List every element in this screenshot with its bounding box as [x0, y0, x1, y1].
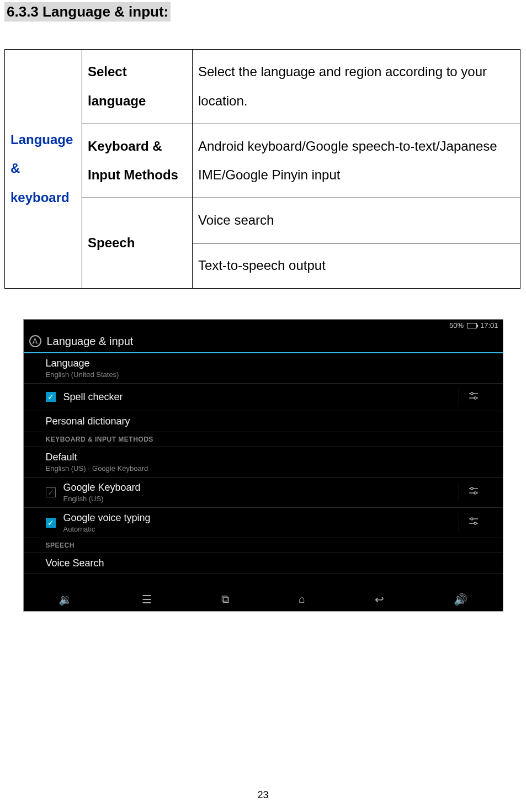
page-title: Language & input [47, 335, 134, 348]
back-icon[interactable]: ↩ [375, 593, 384, 606]
svg-point-7 [474, 492, 476, 494]
checkbox-icon[interactable]: ✓ [46, 392, 56, 402]
feature-table: Language & keyboard Select language Sele… [4, 49, 520, 289]
svg-point-10 [471, 518, 473, 520]
list-item-voice-search[interactable]: Voice Search [24, 553, 503, 574]
section-label-keyboard: KEYBOARD & INPUT METHODS [24, 432, 503, 447]
setting-cell-keyboard-input: Keyboard & Input Methods [82, 124, 193, 198]
home-icon[interactable]: ⌂ [299, 593, 305, 606]
desc-cell-select-language: Select the language and region according… [193, 50, 520, 124]
settings-slider-icon[interactable] [459, 388, 481, 406]
volume-down-icon[interactable]: 🔉 [59, 593, 72, 606]
settings-slider-icon[interactable] [459, 483, 481, 501]
checkbox-icon[interactable]: ✓ [46, 487, 56, 497]
title-bar: A Language & input [24, 332, 503, 353]
item-secondary: English (US) [63, 495, 459, 503]
volume-up-icon[interactable]: 🔊 [454, 593, 467, 606]
list-item-google-voice-typing[interactable]: ✓ Google voice typing Automatic [24, 508, 503, 538]
item-primary: Voice Search [46, 558, 481, 569]
section-heading: 6.3.3 Language & input: [4, 2, 171, 22]
menu-icon[interactable]: ☰ [142, 593, 152, 606]
svg-point-11 [474, 522, 476, 524]
settings-slider-icon[interactable] [459, 513, 481, 532]
svg-point-6 [471, 487, 473, 490]
settings-list: Language English (United States) ✓ Spell… [24, 353, 503, 588]
list-item-default[interactable]: Default English (US) - Google Keyboard [24, 447, 503, 477]
recents-icon[interactable]: ⧉ [221, 593, 229, 606]
section-label-speech: SPEECH [24, 538, 503, 553]
clock: 17:01 [480, 321, 498, 330]
android-screenshot: 50% 17:01 A Language & input Language En… [23, 319, 503, 612]
item-primary: Default [46, 452, 481, 463]
desc-cell-voice-search: Voice search [193, 198, 520, 243]
page-number: 23 [0, 789, 526, 801]
checkbox-icon[interactable]: ✓ [46, 518, 56, 528]
item-primary: Personal dictionary [46, 416, 481, 427]
desc-cell-keyboard-input: Android keyboard/Google speech-to-text/J… [193, 124, 520, 198]
battery-text: 50% [449, 321, 464, 330]
list-item-personal-dictionary[interactable]: Personal dictionary [24, 411, 503, 432]
list-item-google-keyboard[interactable]: ✓ Google Keyboard English (US) [24, 477, 503, 508]
list-item-spell-checker[interactable]: ✓ Spell checker [24, 384, 503, 411]
navigation-bar: 🔉 ☰ ⧉ ⌂ ↩ 🔊 [24, 588, 503, 611]
desc-cell-tts: Text-to-speech output [193, 243, 520, 288]
item-secondary: Automatic [63, 525, 459, 533]
item-primary: Spell checker [63, 391, 459, 403]
svg-point-2 [471, 392, 473, 395]
item-primary: Google voice typing [63, 512, 459, 524]
setting-cell-speech: Speech [82, 198, 193, 289]
battery-icon [467, 323, 477, 328]
item-primary: Language [46, 358, 481, 369]
status-bar: 50% 17:01 [24, 320, 503, 332]
category-cell: Language & keyboard [5, 50, 82, 289]
item-secondary: English (US) - Google Keyboard [46, 464, 481, 473]
list-item-language[interactable]: Language English (United States) [24, 353, 503, 384]
app-icon: A [29, 335, 41, 347]
svg-point-3 [474, 397, 476, 399]
item-primary: Google Keyboard [63, 482, 459, 493]
item-secondary: English (United States) [46, 370, 481, 379]
setting-cell-select-language: Select language [82, 50, 193, 124]
